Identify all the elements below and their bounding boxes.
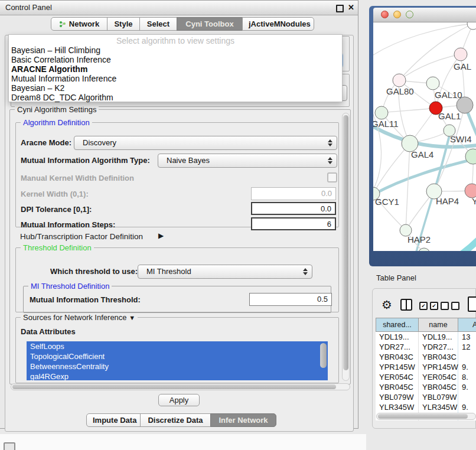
settings-vertical-scrollbar[interactable] — [342, 113, 350, 381]
algorithm-popup-placeholder: Select algorithm to view settings — [9, 36, 342, 45]
gear-icon[interactable]: ⚙ — [382, 298, 392, 312]
cell-shared-name: YER054C — [379, 372, 413, 382]
apply-button[interactable]: Apply — [158, 394, 200, 406]
tab-cyni-toolbox-label: Cyni Toolbox — [185, 19, 233, 28]
node-label: SWI4 — [450, 134, 472, 144]
mi-algorithm-type-value: Naive Bayes — [167, 156, 210, 165]
table-row[interactable]: YDL19... YDL19... 13 — [376, 332, 476, 342]
column-header[interactable]: name — [419, 318, 458, 332]
cell-shared-name: YBR045C — [379, 382, 413, 392]
algorithm-option[interactable]: Bayesian – K2 — [9, 83, 342, 93]
deselect-all-checks-icon[interactable] — [441, 302, 462, 312]
tab-infer-network[interactable]: Infer Network — [210, 413, 276, 427]
sources-group: Sources for Network Inference ▼ Data Att… — [15, 317, 339, 383]
select-all-checks-icon[interactable]: ✔✔ — [419, 302, 441, 312]
dpi-tolerance-field[interactable]: 0.0 — [251, 202, 336, 215]
tab-impute-data[interactable]: Impute Data — [86, 413, 141, 427]
attributes-scrollbar[interactable] — [319, 342, 327, 380]
which-threshold-combobox[interactable]: MI Threshold — [138, 265, 312, 279]
table-row[interactable]: YLR345W YLR345W 9. — [376, 402, 476, 412]
list-item[interactable]: BetweennessCentrality — [27, 361, 328, 371]
hub-definition-label[interactable]: Hub/Transcription Factor Definition — [20, 232, 143, 241]
node-label: HAP4 — [436, 196, 459, 206]
sources-title[interactable]: Sources for Network Inference ▼ — [21, 313, 138, 322]
combo-arrows-icon — [303, 268, 308, 275]
network-node[interactable] — [426, 77, 439, 90]
network-node[interactable] — [454, 48, 467, 61]
mi-threshold-field[interactable]: 0.5 — [249, 293, 332, 306]
table-row[interactable]: YBL079W YBL079W — [376, 392, 476, 402]
document-icon[interactable] — [468, 296, 476, 312]
column-header[interactable]: shared... — [376, 318, 419, 332]
list-item[interactable]: SelfLoops — [27, 341, 328, 351]
tab-cyni-toolbox[interactable]: Cyni Toolbox — [177, 17, 243, 31]
mi-steps-field[interactable]: 6 — [251, 217, 336, 230]
table-row[interactable]: YBR045C YBR045C 9. — [376, 382, 476, 392]
list-item[interactable]: TopologicalCoefficient — [27, 351, 328, 361]
tab-jactivemnodules[interactable]: jActiveMNodules — [242, 17, 314, 31]
sources-collapse-down-icon: ▼ — [129, 314, 135, 321]
tab-network[interactable]: Network — [51, 17, 107, 31]
minimize-traffic-light[interactable] — [393, 11, 401, 18]
mi-algorithm-type-combobox[interactable]: Naive Bayes — [158, 154, 337, 168]
aracne-mode-combobox[interactable]: Discovery — [74, 136, 337, 150]
control-panel-titlebar[interactable]: Control Panel ✕ — [0, 1, 358, 15]
tab-select[interactable]: Select — [139, 17, 177, 31]
cell-value: 12 — [462, 342, 470, 352]
top-tabstrip: Network Style Select Cyni Toolbox jActiv… — [51, 17, 314, 31]
table-row[interactable]: YBR043C YBR043C — [376, 352, 476, 362]
aracne-mode-label: Aracne Mode: — [21, 138, 71, 147]
close-traffic-light[interactable] — [381, 11, 389, 18]
kernel-width-field[interactable]: 0.0 — [251, 187, 336, 200]
cell-name: YDR27... — [422, 342, 454, 352]
manual-kernel-width-checkbox[interactable] — [327, 172, 337, 182]
settings-horizontal-scrollbar[interactable] — [11, 383, 350, 390]
algorithm-option[interactable]: Dream8 DC_TDC Algorithm — [9, 93, 342, 102]
algorithm-option[interactable]: Bayesian – Hill Climbing — [9, 45, 342, 55]
panel-grip-icon[interactable] — [4, 442, 15, 450]
algorithm-option-selected[interactable]: ARACNE Algorithm — [9, 64, 342, 74]
algorithm-definition-title: Algorithm Definition — [21, 118, 92, 127]
tab-style[interactable]: Style — [107, 17, 140, 31]
float-window-icon[interactable] — [336, 5, 344, 12]
dpi-tolerance-label: DPI Tolerance [0,1]: — [21, 205, 92, 214]
cell-value: 9. — [462, 382, 468, 392]
list-item[interactable]: gal4RGexp — [27, 371, 328, 380]
network-node[interactable] — [467, 22, 476, 30]
tab-impute-data-label: Impute Data — [93, 416, 136, 425]
close-icon[interactable]: ✕ — [348, 3, 354, 12]
sources-title-text: Sources for Network Inference — [23, 313, 127, 322]
columns-icon[interactable] — [400, 299, 412, 311]
table-horizontal-scrollbar[interactable] — [376, 413, 476, 420]
algorithm-option[interactable]: Mutual Information Inference — [9, 74, 342, 83]
network-window-titlebar[interactable] — [373, 8, 476, 22]
table-rows: YDL19... YDL19... 13 YDR27... YDR27... 1… — [376, 332, 476, 420]
cell-name: YLR345W — [422, 402, 457, 412]
mi-threshold-label: Mutual Information Threshold: — [30, 295, 141, 304]
network-node[interactable] — [375, 106, 388, 119]
kernel-width-label: Kernel Width (0,1): — [21, 190, 89, 198]
threshold-definition-title: Threshold Definition — [21, 243, 94, 252]
screen: Control Panel ✕ Network Style Select Cyn… — [0, 0, 476, 450]
tab-jactivemnodules-label: jActiveMNodules — [249, 19, 311, 28]
unchecked-box-icon — [441, 302, 449, 310]
zoom-traffic-light[interactable] — [406, 11, 413, 18]
cell-name: YBL079W — [422, 392, 457, 402]
table-row[interactable]: YDR27... YDR27... 12 — [376, 342, 476, 352]
table-row[interactable]: YER054C YER054C 8. — [376, 372, 476, 382]
algorithm-option[interactable]: Basic Correlation Inference — [9, 55, 342, 64]
mi-threshold-definition-title: MI Threshold Definition — [28, 282, 112, 291]
tab-discretize-data[interactable]: Discretize Data — [140, 413, 211, 427]
network-view-window: GAL GAL80 GAL10 GAL1 GAL11 SWI4 GAL4 GCY… — [369, 6, 476, 266]
algorithm-dropdown-popup: Select algorithm to view settings Bayesi… — [8, 34, 343, 102]
hub-expand-right-icon[interactable]: ▶ — [158, 231, 164, 240]
node-label: GAL11 — [373, 119, 399, 129]
network-node[interactable] — [393, 74, 406, 87]
network-canvas[interactable]: GAL GAL80 GAL10 GAL1 GAL11 SWI4 GAL4 GCY… — [373, 22, 476, 251]
cell-name: YBR043C — [422, 352, 457, 362]
column-header[interactable]: A — [458, 318, 476, 332]
combo-arrows-icon — [328, 157, 332, 164]
cell-shared-name: YDR27... — [379, 342, 410, 352]
table-row[interactable]: YPR145W YPR145W 9. — [376, 362, 476, 372]
node-label: HAP2 — [407, 234, 431, 244]
